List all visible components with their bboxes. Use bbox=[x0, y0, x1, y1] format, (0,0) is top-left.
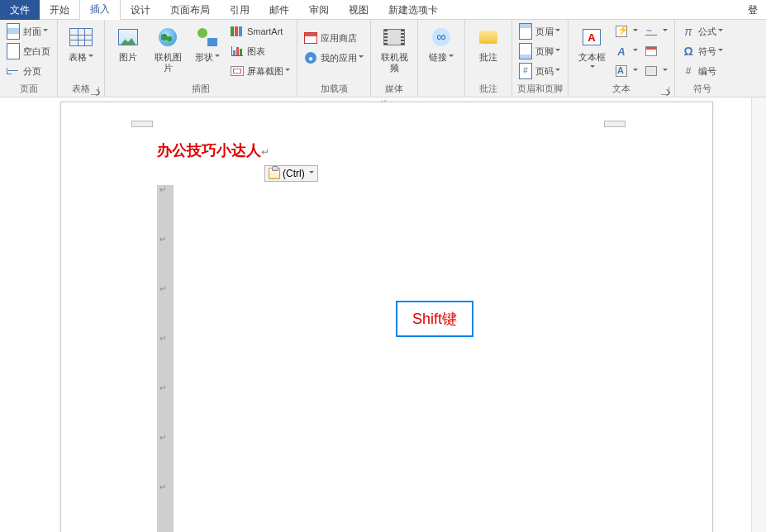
textbox-icon: A bbox=[583, 29, 601, 45]
page[interactable]: 办公技巧小达人↵ (Ctrl) ↵ ↵ ↵ ↵ ↵ ↵ ↵ ↵ ↵ Shift键 bbox=[60, 102, 713, 532]
group-tables: 表格 表格 bbox=[58, 20, 105, 97]
tab-mail[interactable]: 邮件 bbox=[259, 0, 299, 20]
picture-button[interactable]: 图片 bbox=[110, 22, 146, 64]
paste-options-label: (Ctrl) bbox=[283, 168, 305, 179]
online-picture-icon bbox=[159, 28, 177, 46]
number-button[interactable]: #编号 bbox=[680, 62, 725, 80]
smartart-button[interactable]: SmartArt bbox=[229, 22, 292, 40]
clipboard-icon bbox=[269, 168, 280, 179]
tab-newtab[interactable]: 新建选项卡 bbox=[378, 0, 448, 20]
group-label-addins: 加载项 bbox=[302, 83, 365, 97]
footer-button[interactable]: 页脚 bbox=[517, 42, 562, 60]
group-symbols: π公式 Ω符号 #编号 符号 bbox=[675, 20, 730, 97]
document-area[interactable]: ↵ 办公技巧小达人↵ (Ctrl) ↵ ↵ ↵ ↵ ↵ ↵ ↵ ↵ ↵ Shif… bbox=[0, 97, 766, 532]
callout-box: Shift键 bbox=[396, 301, 473, 337]
tab-review[interactable]: 审阅 bbox=[299, 0, 339, 20]
quick-parts-icon bbox=[616, 26, 627, 37]
online-video-button[interactable]: 联机视频 bbox=[376, 22, 412, 75]
screenshot-button[interactable]: 屏幕截图 bbox=[229, 62, 292, 80]
number-icon: # bbox=[686, 65, 692, 77]
group-addins: 应用商店 ●我的应用 加载项 bbox=[297, 20, 371, 97]
blank-page-button[interactable]: 空白页 bbox=[5, 42, 52, 60]
equation-button[interactable]: π公式 bbox=[680, 22, 725, 40]
hyperlink-button[interactable]: 链接 bbox=[423, 22, 459, 64]
chevron-down-icon bbox=[307, 168, 314, 179]
datetime-icon bbox=[645, 46, 657, 56]
chart-button[interactable]: 图表 bbox=[229, 42, 292, 60]
equation-icon: π bbox=[684, 25, 692, 38]
shapes-icon bbox=[197, 28, 217, 46]
quick-parts-button[interactable] bbox=[613, 22, 640, 40]
cover-page-icon bbox=[7, 23, 20, 40]
group-label-text: 文本 bbox=[573, 83, 669, 97]
smartart-icon bbox=[231, 26, 244, 36]
right-margin-marker[interactable] bbox=[604, 121, 626, 127]
shapes-button[interactable]: 形状 bbox=[189, 22, 226, 64]
comment-icon bbox=[479, 31, 497, 44]
comment-button[interactable]: 批注 bbox=[470, 22, 507, 64]
header-icon bbox=[519, 23, 532, 40]
wordart-button[interactable]: A bbox=[613, 42, 640, 60]
grey-column-shape[interactable]: ↵ ↵ ↵ ↵ ↵ ↵ ↵ ↵ ↵ bbox=[157, 185, 174, 532]
ribbon-tabbar: 文件 开始 插入 设计 页面布局 引用 邮件 审阅 视图 新建选项卡 登 bbox=[0, 0, 766, 20]
object-button[interactable] bbox=[643, 62, 669, 80]
page-break-button[interactable]: 分页 bbox=[5, 62, 52, 80]
video-icon bbox=[383, 29, 405, 45]
header-button[interactable]: 页眉 bbox=[517, 22, 562, 40]
wordart-icon: A bbox=[615, 45, 628, 57]
text-launcher[interactable] bbox=[661, 87, 669, 95]
picture-icon bbox=[118, 29, 138, 45]
group-label-tables: 表格 bbox=[63, 83, 99, 97]
group-media: 联机视频 媒体 bbox=[371, 20, 418, 97]
document-title-text[interactable]: 办公技巧小达人↵ bbox=[157, 140, 269, 160]
page-number-icon bbox=[519, 63, 532, 79]
blank-page-icon bbox=[7, 43, 20, 59]
symbol-icon: Ω bbox=[683, 45, 692, 58]
tab-design[interactable]: 设计 bbox=[121, 0, 160, 20]
group-text: A文本框 A 文本 bbox=[569, 20, 675, 97]
dropcap-button[interactable] bbox=[613, 62, 640, 80]
group-label-symbols: 符号 bbox=[680, 83, 725, 97]
paste-options-button[interactable]: (Ctrl) bbox=[264, 165, 318, 182]
group-label-illustrations: 插图 bbox=[110, 83, 292, 97]
my-apps-button[interactable]: ●我的应用 bbox=[302, 49, 365, 67]
group-comments: 批注 批注 bbox=[465, 20, 512, 97]
table-button[interactable]: 表格 bbox=[63, 22, 99, 64]
signature-icon bbox=[645, 27, 657, 36]
vertical-ruler[interactable] bbox=[751, 97, 766, 532]
tables-launcher[interactable] bbox=[91, 87, 99, 95]
textbox-button[interactable]: A文本框 bbox=[573, 22, 610, 75]
tab-layout[interactable]: 页面布局 bbox=[160, 0, 220, 20]
tab-references[interactable]: 引用 bbox=[220, 0, 259, 20]
signature-button[interactable] bbox=[643, 22, 669, 40]
group-label-media: 媒体 bbox=[376, 83, 412, 97]
tab-file[interactable]: 文件 bbox=[0, 0, 40, 20]
dropcap-icon bbox=[616, 65, 627, 77]
login-link[interactable]: 登 bbox=[748, 3, 758, 17]
cover-page-button[interactable]: 封面 bbox=[5, 22, 52, 40]
symbol-button[interactable]: Ω符号 bbox=[680, 42, 725, 60]
store-icon bbox=[304, 32, 317, 44]
tab-home[interactable]: 开始 bbox=[40, 0, 79, 20]
page-number-button[interactable]: 页码 bbox=[517, 62, 562, 80]
tab-insert[interactable]: 插入 bbox=[79, 0, 121, 20]
group-links: 链接 bbox=[418, 20, 465, 97]
left-margin-marker[interactable] bbox=[131, 121, 153, 127]
table-icon bbox=[69, 28, 93, 46]
group-pages: 封面 空白页 分页 页面 bbox=[0, 20, 58, 97]
link-icon bbox=[432, 28, 450, 46]
page-break-icon bbox=[7, 65, 20, 77]
tab-view[interactable]: 视图 bbox=[339, 0, 378, 20]
ribbon: 封面 空白页 分页 页面 表格 表格 图片 联机图片 形状 SmartArt 图… bbox=[0, 20, 766, 97]
my-apps-icon: ● bbox=[305, 52, 316, 64]
chart-icon bbox=[231, 46, 243, 56]
group-label-comments: 批注 bbox=[470, 83, 507, 97]
online-picture-button[interactable]: 联机图片 bbox=[150, 22, 186, 75]
app-store-button[interactable]: 应用商店 bbox=[302, 29, 365, 47]
group-headerfooter: 页眉 页脚 页码 页眉和页脚 bbox=[512, 20, 569, 97]
screenshot-icon bbox=[231, 66, 244, 76]
datetime-button[interactable] bbox=[643, 42, 669, 60]
group-label-headerfooter: 页眉和页脚 bbox=[517, 83, 563, 97]
footer-icon bbox=[519, 43, 532, 59]
group-illustrations: 图片 联机图片 形状 SmartArt 图表 屏幕截图 插图 bbox=[105, 20, 297, 97]
